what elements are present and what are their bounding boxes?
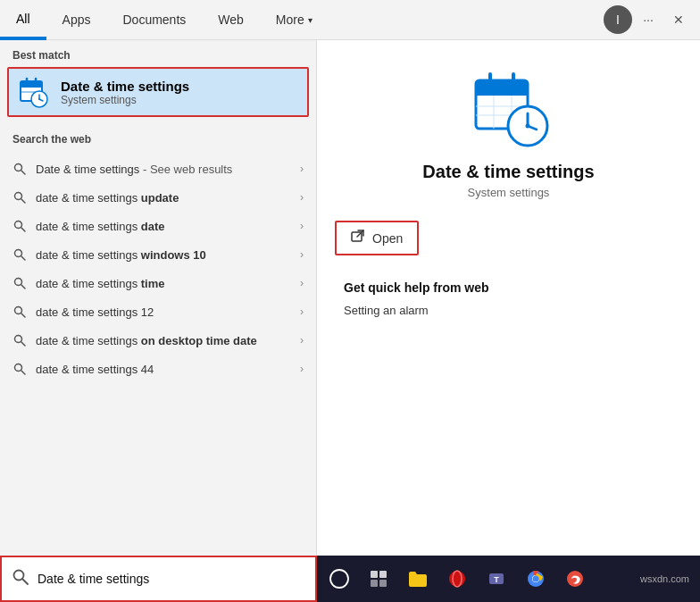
svg-point-44 [330,570,348,588]
svg-line-13 [21,199,26,204]
chevron-right-icon: › [300,191,304,204]
tab-all[interactable]: All [0,0,46,40]
web-result-text: date & time settings 12 [36,305,291,319]
list-item[interactable]: date & time settings 44 › [0,355,316,383]
list-item[interactable]: Date & time settings - See web results › [0,155,316,183]
quick-help-link[interactable]: Setting an alarm [344,304,673,317]
chevron-right-icon: › [300,220,304,232]
left-panel: Best match [0,40,317,556]
web-result-text: Date & time settings - See web results [36,163,291,176]
web-result-text: date & time settings date [36,220,291,233]
app-title-large: Date & time settings [422,162,594,182]
tab-web[interactable]: Web [202,0,260,40]
chevron-right-icon: › [300,277,304,289]
list-item[interactable]: date & time settings date › [0,212,316,240]
chevron-right-icon: › [300,163,304,175]
best-match-subtitle: System settings [61,94,189,106]
search-icon [12,362,27,376]
svg-line-43 [22,579,28,584]
main-area: Best match [0,40,700,602]
svg-line-15 [21,228,26,232]
app-subtitle: System settings [468,186,550,199]
svg-text:T: T [494,575,499,584]
search-icon [12,190,27,205]
taskbar-edge-icon[interactable] [556,560,594,598]
search-icon [12,276,27,290]
svg-line-21 [21,314,26,318]
best-match-item[interactable]: Date & time settings System settings [7,67,309,117]
taskbar-teams-icon[interactable]: T [478,560,515,598]
chevron-down-icon: ▾ [308,15,312,25]
open-icon [351,230,365,247]
search-icon [12,162,27,176]
svg-rect-47 [371,580,378,587]
svg-line-23 [21,342,26,347]
web-result-text: date & time settings on desktop time dat… [36,334,291,347]
svg-line-25 [21,371,26,375]
tab-more[interactable]: More ▾ [260,0,329,40]
taskbar-folder-icon[interactable] [399,560,437,598]
list-item[interactable]: date & time settings 12 › [0,297,316,326]
tab-apps[interactable]: Apps [46,0,107,40]
web-result-text: date & time settings 44 [36,363,291,376]
svg-rect-45 [371,571,378,578]
nav-tabs: All Apps Documents Web More ▾ I ··· ✕ [0,0,700,40]
taskbar-right: wsxdn.com [640,573,696,584]
web-section-label: Search the web [0,124,316,151]
list-item[interactable]: date & time settings time › [0,269,316,297]
taskbar-opera-icon[interactable] [438,560,476,598]
web-results-list: Date & time settings - See web results ›… [0,155,316,383]
search-input[interactable] [38,572,304,586]
chevron-right-icon: › [300,363,304,375]
svg-line-41 [357,230,363,237]
svg-line-17 [21,256,26,261]
search-icon [12,333,27,347]
list-item[interactable]: date & time settings on desktop time dat… [0,326,316,355]
web-result-text: date & time settings windows 10 [36,248,291,262]
app-large-icon [469,67,549,147]
svg-point-49 [449,571,465,587]
svg-line-19 [21,285,26,289]
svg-point-55 [533,576,539,582]
taskbar-taskview-icon[interactable] [360,560,397,598]
more-options-button[interactable]: ··· [634,5,662,34]
chevron-right-icon: › [300,305,304,318]
best-match-label: Best match [0,40,316,67]
list-item[interactable]: date & time settings update › [0,183,316,212]
svg-line-11 [21,171,26,175]
svg-rect-46 [379,571,387,578]
svg-point-56 [567,571,583,587]
svg-rect-48 [379,580,387,587]
best-match-title: Date & time settings [61,79,189,94]
search-icon [12,219,27,233]
taskbar-domain: wsxdn.com [640,573,689,584]
taskbar: T wsxdn.com [317,556,700,602]
open-button[interactable]: Open [335,221,419,255]
svg-point-9 [38,98,40,100]
search-window: All Apps Documents Web More ▾ I ··· ✕ [0,0,700,602]
quick-help-title: Get quick help from web [344,280,673,295]
chevron-right-icon: › [300,248,304,261]
tab-documents[interactable]: Documents [106,0,202,40]
list-item[interactable]: date & time settings windows 10 › [0,240,316,269]
search-icon [12,247,27,262]
svg-rect-28 [476,89,528,96]
date-time-icon [18,76,50,108]
taskbar-chrome-icon[interactable] [517,560,554,598]
chevron-right-icon: › [300,334,304,347]
taskbar-search-icon[interactable] [321,560,358,598]
search-bar-icon [12,569,29,589]
search-icon [12,305,27,319]
quick-help-section: Get quick help from web Setting an alarm [335,280,682,317]
web-result-text: date & time settings update [36,191,291,205]
profile-button[interactable]: I [604,5,632,34]
search-bar [0,556,317,602]
svg-rect-1 [21,81,42,88]
right-panel: Date & time settings System settings Ope… [317,40,700,556]
close-button[interactable]: ✕ [664,5,693,34]
nav-right-controls: I ··· ✕ [604,5,700,34]
best-match-text: Date & time settings System settings [61,79,189,106]
web-result-text: date & time settings time [36,277,291,290]
